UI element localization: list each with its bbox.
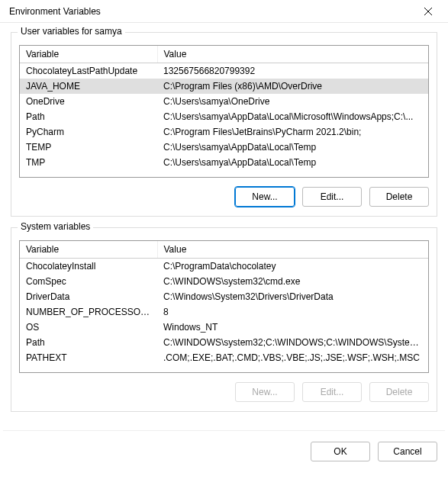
variable-cell: TMP [20, 155, 157, 170]
table-row[interactable]: NUMBER_OF_PROCESSORS8 [20, 304, 428, 320]
titlebar: Environment Variables [0, 0, 448, 23]
system-table-wrap: Variable Value ChocolateyInstallC:\Progr… [19, 240, 429, 373]
table-row[interactable]: OSWindows_NT [20, 320, 428, 335]
user-table-wrap: Variable Value ChocolateyLastPathUpdate1… [19, 45, 429, 178]
system-col-variable[interactable]: Variable [20, 241, 157, 259]
system-table-scroll[interactable]: Variable Value ChocolateyInstallC:\Progr… [20, 241, 428, 372]
cancel-button[interactable]: Cancel [378, 442, 437, 461]
user-group-title: User variables for samya [18, 26, 125, 37]
variable-cell: TEMP [20, 140, 157, 155]
table-row[interactable]: PATHEXT.COM;.EXE;.BAT;.CMD;.VBS;.VBE;.JS… [20, 350, 428, 365]
value-cell: C:\Program Files\JetBrains\PyCharm 2021.… [157, 124, 428, 140]
system-group-title: System variables [18, 221, 93, 232]
table-row[interactable]: TMPC:\Users\samya\AppData\Local\Temp [20, 155, 428, 170]
variable-cell: Path [20, 335, 157, 350]
system-delete-button[interactable]: Delete [369, 382, 429, 402]
table-row[interactable]: PathC:\WINDOWS\system32;C:\WINDOWS;C:\WI… [20, 335, 428, 350]
value-cell: C:\Users\samya\AppData\Local\Temp [157, 140, 428, 155]
variable-cell: Path [20, 109, 157, 124]
variable-cell: PATHEXT [20, 350, 157, 365]
system-variables-group: System variables Variable Value Chocolat… [11, 227, 437, 412]
table-row[interactable]: TEMPC:\Users\samya\AppData\Local\Temp [20, 140, 428, 155]
table-row[interactable]: DriverDataC:\Windows\System32\Drivers\Dr… [20, 289, 428, 304]
table-row[interactable]: JAVA_HOMEC:\Program Files (x86)\AMD\Over… [20, 79, 428, 94]
variable-cell: OS [20, 320, 157, 335]
user-delete-button[interactable]: Delete [369, 187, 429, 207]
variable-cell: DriverData [20, 289, 157, 304]
dialog-button-row: OK Cancel [0, 442, 448, 472]
table-row[interactable]: OneDriveC:\Users\samya\OneDrive [20, 94, 428, 109]
system-variables-table: Variable Value ChocolateyInstallC:\Progr… [20, 241, 428, 365]
value-cell: C:\WINDOWS\system32;C:\WINDOWS;C:\WINDOW… [157, 335, 428, 350]
user-button-row: New... Edit... Delete [19, 187, 429, 207]
user-variables-table: Variable Value ChocolateyLastPathUpdate1… [20, 46, 428, 170]
user-edit-button[interactable]: Edit... [302, 187, 362, 207]
table-row[interactable]: ComSpecC:\WINDOWS\system32\cmd.exe [20, 274, 428, 289]
variable-cell: ChocolateyInstall [20, 259, 157, 275]
separator [3, 430, 445, 431]
value-cell: C:\Windows\System32\Drivers\DriverData [157, 289, 428, 304]
variable-cell: ChocolateyLastPathUpdate [20, 63, 157, 79]
user-new-button[interactable]: New... [235, 187, 295, 207]
user-col-value[interactable]: Value [157, 46, 428, 63]
user-variables-group: User variables for samya Variable Value … [11, 32, 437, 217]
table-row[interactable]: ChocolateyLastPathUpdate1325675668207993… [20, 63, 428, 79]
system-button-row: New... Edit... Delete [19, 382, 429, 402]
user-table-scroll[interactable]: Variable Value ChocolateyLastPathUpdate1… [20, 46, 428, 177]
table-row[interactable]: PathC:\Users\samya\AppData\Local\Microso… [20, 109, 428, 124]
close-icon [424, 8, 432, 15]
value-cell: C:\ProgramData\chocolatey [157, 259, 428, 275]
table-row[interactable]: PyCharmC:\Program Files\JetBrains\PyChar… [20, 124, 428, 140]
variable-cell: NUMBER_OF_PROCESSORS [20, 304, 157, 320]
system-new-button[interactable]: New... [235, 382, 295, 402]
table-row[interactable]: ChocolateyInstallC:\ProgramData\chocolat… [20, 259, 428, 275]
system-col-value[interactable]: Value [157, 241, 428, 259]
system-edit-button[interactable]: Edit... [302, 382, 362, 402]
dialog-title: Environment Variables [9, 6, 101, 17]
variable-cell: JAVA_HOME [20, 79, 157, 94]
ok-button[interactable]: OK [311, 442, 370, 461]
value-cell: .COM;.EXE;.BAT;.CMD;.VBS;.VBE;.JS;.JSE;.… [157, 350, 428, 365]
user-col-variable[interactable]: Variable [20, 46, 157, 63]
variable-cell: PyCharm [20, 124, 157, 140]
variable-cell: OneDrive [20, 94, 157, 109]
value-cell: C:\Users\samya\AppData\Local\Microsoft\W… [157, 109, 428, 124]
value-cell: C:\Program Files (x86)\AMD\OverDrive [157, 79, 428, 94]
value-cell: Windows_NT [157, 320, 428, 335]
variable-cell: ComSpec [20, 274, 157, 289]
dialog-content: User variables for samya Variable Value … [0, 23, 448, 430]
value-cell: C:\Users\samya\OneDrive [157, 94, 428, 109]
value-cell: 8 [157, 304, 428, 320]
value-cell: C:\Users\samya\AppData\Local\Temp [157, 155, 428, 170]
value-cell: C:\WINDOWS\system32\cmd.exe [157, 274, 428, 289]
value-cell: 132567566820799392 [157, 63, 428, 79]
close-button[interactable] [414, 0, 442, 23]
